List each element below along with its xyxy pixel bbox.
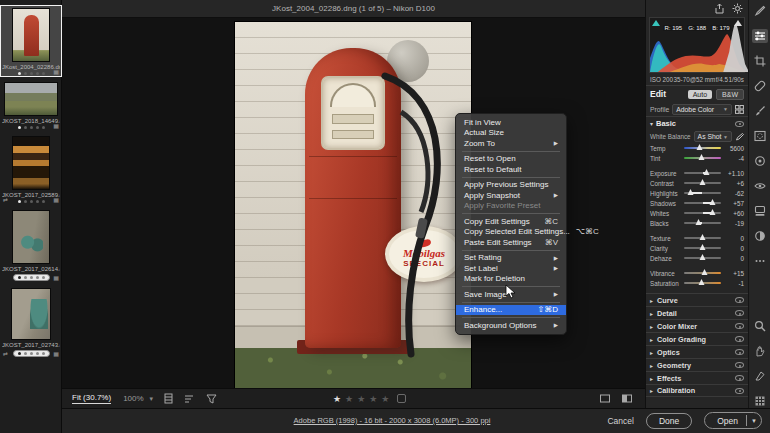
filmstrip-item-3[interactable]: JKOST_2017_02589.dng ⇄ ▦ xyxy=(0,133,62,205)
presets-icon[interactable] xyxy=(752,204,768,218)
eye-icon[interactable] xyxy=(752,179,768,193)
eyedropper-icon[interactable] xyxy=(735,132,744,141)
filmstrip-item-1[interactable]: JKost_2004_02286.dng ▦ xyxy=(0,5,62,77)
white-balance-dropdown[interactable]: As Shot ▼ xyxy=(694,131,732,142)
section-color-mixer[interactable]: ▸Color Mixer xyxy=(646,319,748,332)
section-geometry[interactable]: ▸Geometry xyxy=(646,358,748,371)
edit-sliders-icon[interactable] xyxy=(752,29,768,43)
visibility-eye-icon[interactable] xyxy=(735,349,744,355)
profile-browse-icon[interactable] xyxy=(735,105,744,114)
visibility-eye-icon[interactable] xyxy=(735,362,744,368)
star-icon[interactable]: ★ xyxy=(381,394,389,404)
zoom-100-button[interactable]: 100% xyxy=(123,394,143,403)
crop-icon[interactable] xyxy=(752,54,768,68)
section-color-grading[interactable]: ▸Color Grading xyxy=(646,332,748,345)
photo-gas-pump[interactable]: Mobilgas SPECIAL xyxy=(235,22,471,388)
workflow-options-link[interactable]: Adobe RGB (1998) - 16 bit - 2000 x 3008 … xyxy=(182,416,602,425)
snapshots-icon[interactable] xyxy=(752,229,768,243)
menu-item-paste-edit-settings[interactable]: Paste Edit Settings⌘V xyxy=(456,237,566,248)
bw-button[interactable]: B&W xyxy=(716,89,744,100)
gear-icon[interactable] xyxy=(732,3,743,14)
slider-contrast[interactable]: Contrast+6 xyxy=(646,178,748,188)
slider-dehaze[interactable]: Dehaze0 xyxy=(646,253,748,263)
rating-dots[interactable] xyxy=(13,350,50,357)
visibility-eye-icon[interactable] xyxy=(735,336,744,342)
section-detail[interactable]: ▸Detail xyxy=(646,306,748,319)
rating-dots[interactable] xyxy=(2,126,60,129)
profile-dropdown[interactable]: Adobe Color ▼ xyxy=(672,104,732,115)
star-icon[interactable]: ★ xyxy=(369,394,377,404)
menu-item-background-options[interactable]: Background Options▶ xyxy=(456,320,566,331)
hand-icon[interactable] xyxy=(752,344,768,358)
single-view-icon[interactable] xyxy=(599,393,611,404)
visibility-eye-icon[interactable] xyxy=(735,310,744,316)
section-calibration[interactable]: ▸Calibration xyxy=(646,384,748,397)
slider-highlights[interactable]: Highlights-62 xyxy=(646,188,748,198)
slider-shadows[interactable]: Shadows+57 xyxy=(646,198,748,208)
section-effects[interactable]: ▸Effects xyxy=(646,371,748,384)
star-icon[interactable]: ★ xyxy=(345,394,353,404)
slider-texture[interactable]: Texture0 xyxy=(646,233,748,243)
visibility-eye-icon[interactable] xyxy=(735,388,744,394)
sampler-icon[interactable] xyxy=(752,369,768,383)
menu-item-reset-to-default[interactable]: Reset to Default xyxy=(456,164,566,175)
open-button[interactable]: Open ▼ xyxy=(704,412,762,429)
menu-item-set-rating[interactable]: Set Rating▶ xyxy=(456,253,566,264)
filmstrip-item-2[interactable]: JKOST_2018_14649.dng ▦ xyxy=(0,79,62,131)
zoom-fit-button[interactable]: Fit (30.7%) xyxy=(72,393,111,404)
thumbnail-temple[interactable] xyxy=(12,136,50,190)
rating-dots[interactable] xyxy=(2,200,60,203)
zoom-level-dropdown[interactable]: ▾ xyxy=(150,395,154,403)
thumbnail-statue-2[interactable] xyxy=(11,288,51,340)
filmstrip-icon[interactable] xyxy=(163,393,174,404)
star-rating[interactable]: ★ ★ ★ ★ ★ xyxy=(333,394,406,404)
rating-dots[interactable] xyxy=(2,72,60,75)
sort-icon[interactable] xyxy=(184,393,196,404)
star-icon[interactable]: ★ xyxy=(333,394,341,404)
menu-item-mark-for-deletion[interactable]: Mark for Deletion xyxy=(456,274,566,285)
menu-item-reset-to-open[interactable]: Reset to Open xyxy=(456,154,566,165)
slider-whites[interactable]: Whites+60 xyxy=(646,208,748,218)
slider-blacks[interactable]: Blacks-19 xyxy=(646,218,748,228)
basic-section-header[interactable]: ▾ Basic xyxy=(646,117,748,130)
filmstrip-item-5[interactable]: JKOST_2017_02743.dng ⇄ ▦ xyxy=(0,285,62,359)
thumbnail-landscape[interactable] xyxy=(4,82,58,116)
histogram[interactable]: R: 195 G: 188 B: 179 xyxy=(649,17,745,73)
slider-vibrance[interactable]: Vibrance+15 xyxy=(646,268,748,278)
section-optics[interactable]: ▸Optics xyxy=(646,345,748,358)
menu-item-apply-previous-settings[interactable]: Apply Previous Settings xyxy=(456,180,566,191)
done-button[interactable]: Done xyxy=(646,413,692,429)
visibility-eye-icon[interactable] xyxy=(735,323,744,329)
cancel-button[interactable]: Cancel xyxy=(607,416,633,426)
heal-icon[interactable] xyxy=(752,79,768,93)
filter-icon[interactable] xyxy=(206,393,218,404)
grid-icon[interactable] xyxy=(752,394,768,408)
visibility-eye-icon[interactable] xyxy=(735,121,744,127)
masking-icon[interactable] xyxy=(752,129,768,143)
menu-item-copy-selected-edit-settings[interactable]: Copy Selected Edit Settings...⌥⌘C xyxy=(456,227,566,238)
reject-flag-icon[interactable] xyxy=(397,394,406,403)
menu-item-enhance[interactable]: Enhance...⇧⌘D xyxy=(456,305,566,316)
open-dropdown-icon[interactable]: ▼ xyxy=(751,418,757,424)
filmstrip-item-4[interactable]: JKOST_2017_02614.dng ▦ xyxy=(0,207,62,283)
before-after-icon[interactable] xyxy=(621,393,633,404)
slider-tint[interactable]: Tint-4 xyxy=(646,153,748,163)
rating-dots[interactable] xyxy=(13,274,50,281)
star-icon[interactable]: ★ xyxy=(357,394,365,404)
red-eye-icon[interactable] xyxy=(752,154,768,168)
slider-exposure[interactable]: Exposure+1.10 xyxy=(646,168,748,178)
auto-button[interactable]: Auto xyxy=(688,90,712,99)
section-curve[interactable]: ▸Curve xyxy=(646,293,748,306)
menu-item-apply-snapshot[interactable]: Apply Snapshot▶ xyxy=(456,190,566,201)
eyedropper-icon[interactable] xyxy=(752,4,768,18)
thumbnail-statue[interactable] xyxy=(12,210,50,264)
slider-temp[interactable]: Temp5600 xyxy=(646,143,748,153)
zoom-icon[interactable] xyxy=(752,319,768,333)
menu-item-actual-size[interactable]: Actual Size xyxy=(456,128,566,139)
visibility-eye-icon[interactable] xyxy=(735,375,744,381)
menu-item-copy-edit-settings[interactable]: Copy Edit Settings⌘C xyxy=(456,216,566,227)
slider-saturation[interactable]: Saturation-1 xyxy=(646,278,748,288)
thumbnail-gas-pump[interactable] xyxy=(12,8,50,62)
export-icon[interactable] xyxy=(714,3,725,14)
brush-icon[interactable] xyxy=(752,104,768,118)
